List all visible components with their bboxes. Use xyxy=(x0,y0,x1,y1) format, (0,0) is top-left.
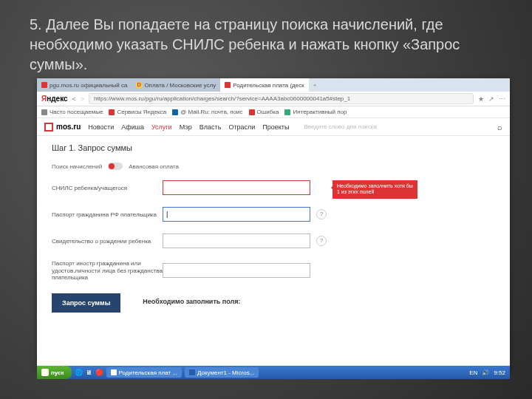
favicon-icon xyxy=(225,82,231,88)
task-icon xyxy=(111,369,117,375)
tray-clock[interactable]: 9:52 xyxy=(494,369,505,376)
mosru-logo[interactable]: mos.ru xyxy=(44,123,81,132)
nav-vlast[interactable]: Власть xyxy=(200,123,222,131)
ql-ie-icon[interactable]: 🌐 xyxy=(75,369,83,376)
favicon-icon: D xyxy=(136,82,142,88)
toggle-label-right: Авансовая оплата xyxy=(129,163,179,170)
folder-icon xyxy=(41,109,47,115)
ql-yandex-icon[interactable]: 🔴 xyxy=(95,369,103,376)
favicon-icon xyxy=(41,82,47,88)
toggle-knob xyxy=(109,163,115,169)
label-birth-cert: Свидетельство о рождении ребенка xyxy=(52,238,163,245)
tab-roditelskaya[interactable]: Родительская плата (деск xyxy=(220,78,308,92)
new-tab-button[interactable]: + xyxy=(309,78,321,92)
menu-icon[interactable]: ⋯ xyxy=(499,95,505,103)
input-birth-cert[interactable] xyxy=(163,233,310,248)
label-snils: СНИЛС ребенка/учащегося xyxy=(52,185,163,191)
url-input[interactable]: https://www.mos.ru/pgu/ru/application/ch… xyxy=(89,93,474,104)
tab-label: pgu.mos.ru официальный са xyxy=(50,82,127,89)
yandex-icon xyxy=(109,109,115,115)
step-title: Шаг 1. Запрос суммы xyxy=(52,143,495,152)
windows-icon xyxy=(41,369,49,376)
tray-lang[interactable]: EN xyxy=(469,369,477,376)
nav-afisha[interactable]: Афиша xyxy=(121,123,144,131)
browser-window: pgu.mos.ru официальный са DОплата / Моск… xyxy=(37,78,510,370)
tab-oplata[interactable]: DОплата / Московские услу xyxy=(132,78,220,92)
slide-caption: 5. Далее Вы попадаете на страницу поиска… xyxy=(0,0,532,82)
task-icon xyxy=(189,369,195,375)
mode-toggle: Поиск начислений Авансовая оплата xyxy=(52,163,495,170)
site-nav: Новости Афиша Услуги Мэр Власть Отрасли … xyxy=(88,123,289,131)
mail-icon xyxy=(172,109,178,115)
nav-otrasli[interactable]: Отрасли xyxy=(228,123,255,131)
yandex-logo[interactable]: ЯЯндексндекс xyxy=(41,95,68,103)
error-tooltip: Необходимо заполнить хотя бы 1 из этих п… xyxy=(332,180,417,199)
task-browser[interactable]: Родительская плат ... xyxy=(106,367,183,378)
task-word[interactable]: Документ1 - Micros... xyxy=(185,367,259,378)
address-bar: ЯЯндексндекс < > https://www.mos.ru/pgu/… xyxy=(37,92,510,106)
bookmark-frequent[interactable]: Часто посещаемые xyxy=(41,109,103,115)
form-content: Шаг 1. Запрос суммы Поиск начислений Ава… xyxy=(37,136,510,320)
input-snils[interactable] xyxy=(163,180,310,195)
row-snils: СНИЛС ребенка/учащегося Необходимо запол… xyxy=(52,180,495,195)
row-passport-rf: Паспорт гражданина РФ плательщика ? xyxy=(52,207,495,222)
windows-taskbar: пуск 🌐 🖥 🔴 Родительская плат ... Докумен… xyxy=(37,366,510,379)
nav-back-icon[interactable]: < xyxy=(72,95,76,103)
tab-pgu[interactable]: pgu.mos.ru официальный са xyxy=(37,78,132,92)
bookmark-mailru[interactable]: @ Mail.Ru: почта, поис xyxy=(172,109,242,115)
input-foreign-passport[interactable] xyxy=(163,263,310,278)
nav-news[interactable]: Новости xyxy=(88,123,114,131)
error-icon xyxy=(249,109,255,115)
nav-fwd-icon[interactable]: > xyxy=(81,95,84,103)
search-icon[interactable]: ⌕ xyxy=(497,123,502,132)
bookmark-portal[interactable]: Интерактивный пор xyxy=(284,109,347,115)
help-icon[interactable]: ? xyxy=(316,236,327,246)
tab-label: Оплата / Московские услу xyxy=(144,82,216,89)
bookmark-yandex[interactable]: Сервисы Яндекса xyxy=(109,109,166,115)
nav-uslugi[interactable]: Услуги xyxy=(151,123,172,131)
bookmarks-bar: Часто посещаемые Сервисы Яндекса @ Mail.… xyxy=(37,106,510,118)
site-header: mos.ru Новости Афиша Услуги Мэр Власть О… xyxy=(37,118,510,136)
label-foreign-passport: Паспорт иностр гражданина или удостов.ли… xyxy=(52,260,163,282)
portal-icon xyxy=(284,109,290,115)
browser-tabs: pgu.mos.ru официальный са DОплата / Моск… xyxy=(37,78,510,92)
toggle-switch[interactable] xyxy=(108,163,123,170)
required-note: Необходимо заполнить поля: xyxy=(143,293,240,305)
system-tray: EN 🔊 9:52 xyxy=(465,369,510,376)
help-icon[interactable]: ? xyxy=(316,209,327,219)
label-passport-rf: Паспорт гражданина РФ плательщика xyxy=(52,211,163,218)
nav-proekty[interactable]: Проекты xyxy=(262,123,289,131)
toggle-label-left: Поиск начислений xyxy=(52,163,102,170)
ql-desktop-icon[interactable]: 🖥 xyxy=(86,369,92,376)
share-icon[interactable]: ↗ xyxy=(488,95,494,103)
submit-area: Запрос суммы Необходимо заполнить поля: xyxy=(52,293,495,313)
start-button[interactable]: пуск xyxy=(37,366,72,379)
tab-label: Родительская плата (деск xyxy=(233,82,304,89)
bookmark-icon[interactable]: ★ xyxy=(478,95,484,103)
nav-mer[interactable]: Мэр xyxy=(180,123,192,131)
row-foreign-passport: Паспорт иностр гражданина или удостов.ли… xyxy=(52,260,495,282)
tray-volume-icon[interactable]: 🔊 xyxy=(482,369,489,376)
request-sum-button[interactable]: Запрос суммы xyxy=(52,293,120,313)
site-search[interactable]: Введите слово для поиска xyxy=(296,123,490,130)
bookmark-error[interactable]: Ошибка xyxy=(249,109,279,115)
quick-launch: 🌐 🖥 🔴 xyxy=(75,369,103,376)
input-passport-rf[interactable] xyxy=(163,207,310,222)
logo-square-icon xyxy=(44,123,53,132)
row-birth-cert: Свидетельство о рождении ребенка ? xyxy=(52,233,495,248)
